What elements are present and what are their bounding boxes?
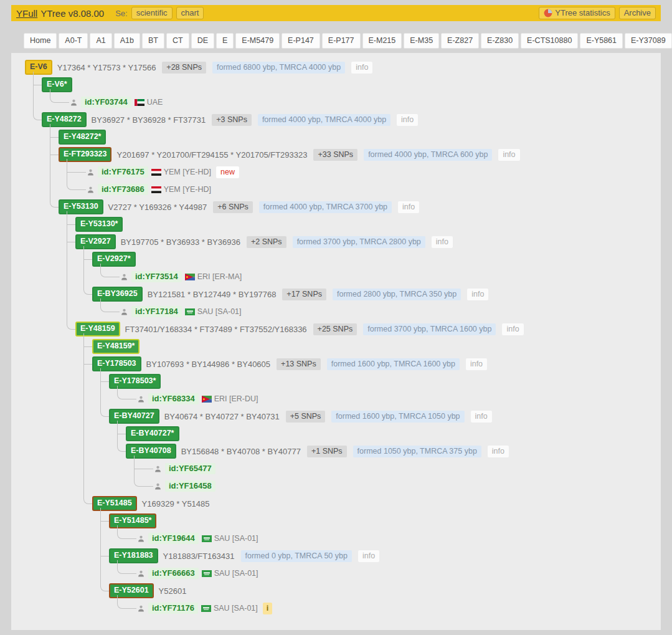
info-badge[interactable]: info <box>397 114 418 126</box>
info-badge[interactable]: info <box>466 358 487 370</box>
tab-a1[interactable]: A1 <box>90 33 111 49</box>
guide-line <box>75 373 92 390</box>
elbow-line <box>59 320 75 338</box>
clade-badge[interactable]: E-V2927* <box>92 252 136 266</box>
tab-e-y37089[interactable]: E-Y37089 <box>625 33 672 49</box>
guide-line <box>75 408 92 425</box>
info-badge[interactable]: info <box>498 149 519 161</box>
archive-button[interactable]: Archive <box>619 7 656 19</box>
indent-spacer <box>75 582 92 599</box>
sample-id[interactable]: id:YF66663 <box>148 568 199 579</box>
clade-badge[interactable]: E-Y51485* <box>109 513 156 528</box>
clade-badge[interactable]: E-Y52601 <box>109 583 154 598</box>
sample-id[interactable]: id:YF17184 <box>131 306 182 317</box>
view-scientific-button[interactable]: scientific <box>131 7 173 19</box>
snp-count-badge[interactable]: +25 SNPs <box>313 323 357 335</box>
tree-row-clade: E-Y51485* <box>25 512 655 530</box>
indent-spacer <box>42 303 59 320</box>
indent-spacer <box>42 390 59 408</box>
yfull-home-link[interactable]: YFull <box>16 8 37 19</box>
clade-badge[interactable]: E-Y48159* <box>92 339 140 353</box>
person-icon <box>70 98 78 107</box>
view-chart-button[interactable]: chart <box>176 7 204 19</box>
sample-id[interactable]: id:YF65477 <box>165 463 215 474</box>
tab-e-z827[interactable]: E-Z827 <box>441 33 479 49</box>
indent-spacer <box>25 181 42 198</box>
clade-badge[interactable]: E-V6 <box>25 60 52 74</box>
tree-panel: E-V6Y17364 * Y17573 * Y17566+28 SNPsform… <box>11 53 661 630</box>
clade-badge[interactable]: E-Y48272 <box>42 112 87 127</box>
tab-ct[interactable]: CT <box>166 33 189 49</box>
tab-e[interactable]: E <box>216 33 234 49</box>
sample-id[interactable]: id:YF68334 <box>148 393 199 404</box>
tab-e-m215[interactable]: E-M215 <box>362 33 402 49</box>
sample-id[interactable]: id:YF71176 <box>148 603 198 614</box>
clade-badge[interactable]: E-Y53130* <box>75 217 123 231</box>
ytree-statistics-button[interactable]: YTree statistics <box>539 7 615 19</box>
info-badge[interactable]: info <box>432 236 453 248</box>
sample-id[interactable]: id:YF19644 <box>148 533 199 544</box>
clade-badge[interactable]: E-Y178503 <box>92 356 141 371</box>
clade-badge[interactable]: E-Y51485 <box>92 496 137 510</box>
info-badge[interactable]: info <box>358 550 379 562</box>
indent-spacer <box>75 303 92 320</box>
guide-line <box>100 264 101 268</box>
tab-a1b[interactable]: A1b <box>114 33 140 49</box>
snp-count-badge[interactable]: +6 SNPs <box>213 201 253 213</box>
info-badge[interactable]: info <box>398 201 419 213</box>
elbow-line <box>109 390 136 408</box>
sample-id[interactable]: id:YF16458 <box>165 480 215 492</box>
info-badge[interactable]: info <box>471 411 492 423</box>
tab-e-cts10880[interactable]: E-CTS10880 <box>521 33 578 49</box>
clade-badge[interactable]: E-V6* <box>42 77 72 92</box>
clade-badge[interactable]: E-Y48159 <box>75 322 120 336</box>
tab-e-p177[interactable]: E-P177 <box>322 33 361 49</box>
info-badge[interactable]: info <box>467 289 488 300</box>
indent-spacer <box>59 390 75 408</box>
indent-spacer <box>25 477 42 495</box>
tab-e-m35[interactable]: E-M35 <box>404 33 439 49</box>
flag-icon-ye <box>151 186 161 193</box>
tab-de[interactable]: DE <box>191 33 214 49</box>
elbow-line <box>92 512 109 530</box>
info-badge[interactable]: info <box>351 62 372 74</box>
snp-count-badge[interactable]: +17 SNPs <box>282 289 326 300</box>
guide-line <box>59 303 75 320</box>
snp-count-badge[interactable]: +5 SNPs <box>286 411 326 423</box>
guide-line <box>67 211 67 216</box>
snp-count-badge[interactable]: +33 SNPs <box>313 149 357 161</box>
info-badge[interactable]: info <box>502 323 523 335</box>
tab-bt[interactable]: BT <box>142 33 164 49</box>
clade-badge[interactable]: E-BY40727* <box>126 426 179 441</box>
indent-spacer <box>25 338 42 355</box>
snp-count-badge[interactable]: +13 SNPs <box>277 358 321 370</box>
clade-badge[interactable]: E-Y53130 <box>59 199 103 214</box>
tab-a0-t[interactable]: A0-T <box>59 33 88 49</box>
tab-home[interactable]: Home <box>24 33 57 49</box>
indent-spacer <box>25 512 42 530</box>
elbow-line <box>126 477 153 495</box>
clade-badge[interactable]: E-Y181883 <box>109 548 158 563</box>
snp-count-badge[interactable]: +3 SNPs <box>212 114 252 126</box>
tab-e-y5861[interactable]: E-Y5861 <box>580 33 623 49</box>
tab-e-p147[interactable]: E-P147 <box>282 33 320 49</box>
sample-id[interactable]: id:YF03744 <box>81 97 131 108</box>
tab-e-z830[interactable]: E-Z830 <box>481 33 519 49</box>
sample-id[interactable]: id:YF73686 <box>98 184 148 195</box>
snp-list: BY156848 * BY40708 * BY40777 <box>181 447 301 456</box>
sample-id[interactable]: id:YF73514 <box>131 271 182 282</box>
snp-count-badge[interactable]: +28 SNPs <box>162 62 206 74</box>
tab-e-m5479[interactable]: E-M5479 <box>235 33 280 49</box>
snp-count-badge[interactable]: +1 SNPs <box>307 446 347 457</box>
age-badge: formed 1050 ybp, TMRCA 375 ybp <box>353 446 481 457</box>
sample-id[interactable]: id:YF76175 <box>98 166 148 178</box>
indent-spacer <box>109 460 126 477</box>
snp-count-badge[interactable]: +2 SNPs <box>247 236 286 248</box>
guide-line <box>75 268 92 285</box>
info-i-badge: i <box>263 603 272 614</box>
clade-badge[interactable]: E-V2927 <box>75 234 116 249</box>
clade-badge[interactable]: E-Y48272* <box>59 130 106 144</box>
info-badge[interactable]: info <box>488 446 509 457</box>
elbow-line <box>75 495 92 512</box>
flag-icon-er <box>185 274 195 280</box>
